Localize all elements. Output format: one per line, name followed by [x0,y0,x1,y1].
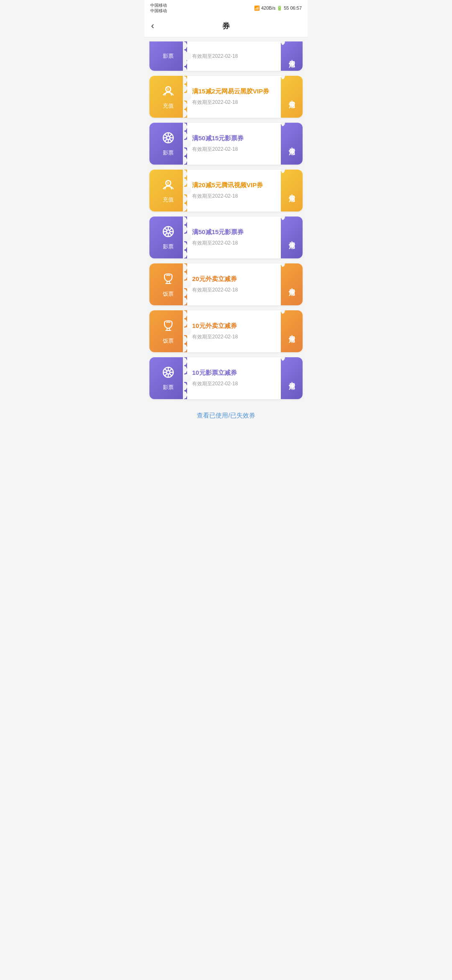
coupon-card: 饭票 10元外卖立减券 有效期至2022-02-18 去使用 [149,310,303,352]
back-button[interactable]: ‹ [151,21,154,31]
coupon-type-label: 充值 [163,102,174,110]
coupon-details: 满50减15元影票券 有效期至2022-02-18 [187,217,281,258]
coupon-use-button[interactable]: 去使用 [281,170,303,211]
coupon-details: 满15减2元网易云黑胶VIP券 有效期至2022-02-18 [187,76,281,118]
coupon-expire: 有效期至2022-02-18 [192,193,276,200]
signal-icon: 📶 [254,5,260,11]
coupon-card: 饭票 20元外卖立减券 有效期至2022-02-18 去使用 [149,263,303,305]
svg-line-23 [165,232,167,235]
svg-point-15 [167,230,170,233]
coupon-expire: 有效期至2022-02-18 [192,99,276,106]
coupon-details: 10元外卖立减券 有效期至2022-02-18 [187,310,281,352]
coupon-details: 10元影票立减券 有效期至2022-02-18 [187,357,281,399]
coupon-icon: ¥ [162,178,175,194]
coupon-type-block: ¥ 充值 [149,76,187,118]
svg-line-22 [170,228,172,230]
coupon-use-button[interactable]: 去使用 [281,263,303,305]
svg-line-37 [165,373,167,376]
coupon-icon: ¥ [162,84,175,101]
coupon-use-button[interactable]: 去使用 [281,123,303,165]
coupon-details: 满50减15元影票券 有效期至2022-02-18 [187,123,281,165]
coupon-type-block: 影票 [149,123,187,165]
svg-point-29 [167,371,170,374]
coupon-type-label: 充值 [163,196,174,204]
coupon-type-label: 影票 [163,52,174,60]
coupon-icon [161,318,175,335]
coupon-expire: 有效期至2022-02-18 [192,380,276,387]
coupon-name: 满50减15元影票券 [192,228,276,236]
coupon-expire: 有效期至2022-02-18 [192,146,276,153]
coupon-expire: 有效期至2022-02-18 [192,286,276,294]
view-used-coupons-link[interactable]: 查看已使用/已失效券 [197,412,255,419]
status-right: 📶 420B/s 🔋 55 06:57 [254,5,302,11]
svg-line-34 [165,369,167,371]
coupon-use-button[interactable]: 去使用 [281,357,303,399]
coupon-card: ¥ 充值 满20减5元腾讯视频VIP券 有效期至2022-02-18 去使用 [149,170,303,211]
page-header: ‹ 券 [144,15,308,37]
coupon-icon [162,366,175,382]
svg-line-36 [170,369,172,371]
coupon-use-button[interactable]: 去使用 [281,217,303,258]
carrier-label: 中国移动 [150,3,167,8]
svg-line-8 [165,134,167,137]
coupon-use-button[interactable]: 去使用 [281,41,303,71]
battery-level: 55 [284,5,289,10]
coupon-name: 满50减15元影票券 [192,134,276,142]
coupon-icon [162,131,175,147]
coupon-icon [161,271,175,289]
footer-link-area: 查看已使用/已失效券 [144,403,308,428]
svg-text:¥: ¥ [167,87,169,91]
coupon-card: 影票 满50减15元影票券 有效期至2022-02-18 去使用 [149,217,303,258]
page-title: 券 [222,21,230,31]
coupon-type-block: 影票 [149,217,187,258]
coupon-type-label: 饭票 [163,337,174,345]
carrier-info: 中国移动 中国移动 [150,3,167,13]
time-label: 06:57 [290,5,302,10]
coupon-expire: 有效期至2022-02-18 [192,53,276,60]
coupon-type-label: 影票 [163,384,174,391]
coupon-type-block: 影票 [149,357,187,399]
coupon-card: ¥ 充值 满15减2元网易云黑胶VIP券 有效期至2022-02-18 去使用 [149,76,303,118]
coupon-icon [162,225,175,241]
coupon-type-block: 影票 [149,41,187,71]
speed-label: 420B/s [261,5,275,10]
carrier2-label: 中国移动 [150,8,167,13]
coupon-list: 影票 有效期至2022-02-18 去使用 ¥ 充值 满15减2元网易云黑胶VI… [144,37,308,403]
coupon-card: 影票 10元影票立减券 有效期至2022-02-18 去使用 [149,357,303,399]
svg-line-35 [170,373,172,376]
coupon-name: 20元外卖立减券 [192,275,276,283]
svg-point-3 [167,136,170,139]
coupon-type-block: 饭票 [149,263,187,305]
coupon-type-block: 饭票 [149,310,187,352]
svg-line-20 [165,228,167,230]
coupon-name: 10元外卖立减券 [192,322,276,330]
coupon-details: 20元外卖立减券 有效期至2022-02-18 [187,263,281,305]
coupon-card: 影票 有效期至2022-02-18 去使用 [149,41,303,71]
svg-line-21 [170,232,172,235]
coupon-expire: 有效期至2022-02-18 [192,240,276,247]
coupon-name: 10元影票立减券 [192,369,276,377]
battery-icon: 🔋 [277,5,282,11]
svg-line-11 [165,139,167,141]
coupon-type-label: 影票 [163,149,174,157]
coupon-details: 满20减5元腾讯视频VIP券 有效期至2022-02-18 [187,170,281,211]
svg-text:¥: ¥ [167,181,169,185]
coupon-card: 影票 满50减15元影票券 有效期至2022-02-18 去使用 [149,123,303,165]
coupon-use-button[interactable]: 去使用 [281,310,303,352]
status-bar: 中国移动 中国移动 📶 420B/s 🔋 55 06:57 [144,0,308,15]
svg-line-10 [170,134,172,137]
svg-line-9 [170,139,172,141]
coupon-type-block: ¥ 充值 [149,170,187,211]
coupon-name: 满15减2元网易云黑胶VIP券 [192,88,276,95]
coupon-type-label: 影票 [163,243,174,250]
coupon-expire: 有效期至2022-02-18 [192,333,276,340]
coupon-type-label: 饭票 [163,290,174,298]
coupon-details: 有效期至2022-02-18 [187,41,281,71]
coupon-use-button[interactable]: 去使用 [281,76,303,118]
coupon-name: 满20减5元腾讯视频VIP券 [192,181,276,189]
